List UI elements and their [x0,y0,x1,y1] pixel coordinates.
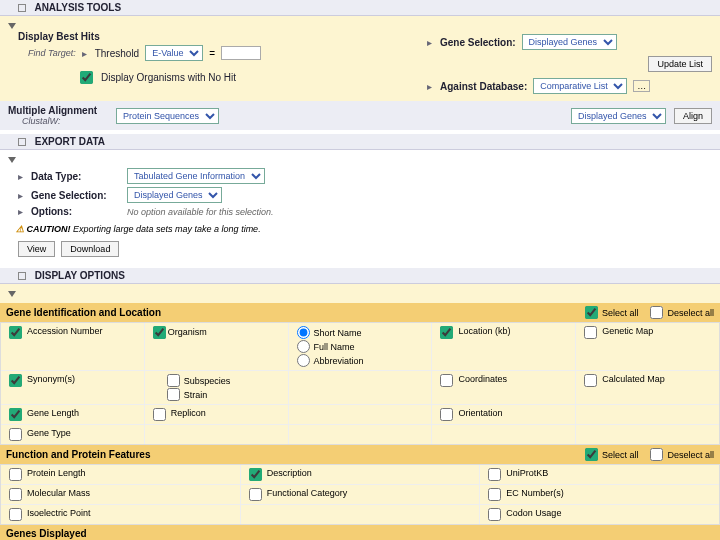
genetic-map-label: Genetic Map [602,326,653,336]
expand-icon[interactable] [8,157,16,163]
arrow-icon: ▸ [82,48,87,59]
align-genes-select[interactable]: Displayed Genes [571,108,666,124]
band-genes-displayed: Genes Displayed [0,525,720,540]
expand-icon[interactable] [8,291,16,297]
band1-title: Gene Identification and Location [6,307,573,318]
replicon-label: Replicon [171,408,206,418]
subspecies-checkbox[interactable] [167,374,180,387]
deselect-all-label: Deselect all [667,308,714,318]
display-title: DISPLAY OPTIONS [35,270,125,281]
accession-label: Accession Number [27,326,103,336]
caution-label: CAUTION! [27,224,71,234]
caution-text: Exporting large data sets may take a lon… [73,224,261,234]
gene-selection-select[interactable]: Displayed Genes [522,34,617,50]
func-cat-checkbox[interactable] [249,488,262,501]
location-checkbox[interactable] [440,326,453,339]
data-type-label: Data Type: [31,171,121,182]
arrow-icon: ▸ [18,171,23,182]
abbrev-radio[interactable] [297,354,310,367]
short-name-label: Short Name [314,328,362,338]
calc-map-label: Calculated Map [602,374,665,384]
short-name-radio[interactable] [297,326,310,339]
band2-title: Function and Protein Features [6,449,573,460]
info-icon[interactable]: … [633,80,650,92]
mol-mass-checkbox[interactable] [9,488,22,501]
update-list-button[interactable]: Update List [648,56,712,72]
replicon-checkbox[interactable] [153,408,166,421]
band-function: Function and Protein Features Select all… [0,445,720,464]
deselect-all-checkbox[interactable] [650,306,663,319]
isoelectric-checkbox[interactable] [9,508,22,521]
gene-selection-label: Gene Selection: [440,37,516,48]
calc-map-checkbox[interactable] [584,374,597,387]
export-header: EXPORT DATA [0,134,720,150]
gene-length-checkbox[interactable] [9,408,22,421]
isoelectric-label: Isoelectric Point [27,508,91,518]
description-checkbox[interactable] [249,468,262,481]
organism-label: Organism [168,327,207,337]
ec-num-label: EC Number(s) [506,488,564,498]
against-db-label: Against Database: [440,81,527,92]
organism-checkbox[interactable] [153,326,166,339]
strain-checkbox[interactable] [167,388,180,401]
data-type-select[interactable]: Tabulated Gene Information [127,168,265,184]
arrow-icon: ▸ [18,206,23,217]
deselect-all-label-2: Deselect all [667,450,714,460]
codon-checkbox[interactable] [488,508,501,521]
gene-length-label: Gene Length [27,408,79,418]
analysis-tools-section: ANALYSIS TOOLS Display Best Hits Find Ta… [0,0,720,130]
arrow-icon: ▸ [427,37,432,48]
select-all-checkbox-2[interactable] [585,448,598,461]
select-all-label-2: Select all [602,450,639,460]
no-hit-label: Display Organisms with No Hit [101,72,236,83]
export-data-section: EXPORT DATA ▸ Data Type: Tabulated Gene … [0,134,720,264]
coordinates-checkbox[interactable] [440,374,453,387]
strain-label: Strain [184,390,208,400]
func-cat-label: Functional Category [267,488,348,498]
collapse-icon[interactable] [18,4,26,12]
expand-icon[interactable] [8,23,16,29]
band3-title: Genes Displayed [6,528,714,539]
export-gene-sel-select[interactable]: Displayed Genes [127,187,222,203]
options-label: Options: [31,206,121,217]
analysis-title: ANALYSIS TOOLS [34,2,121,13]
equals-label: = [209,48,215,59]
uniprot-checkbox[interactable] [488,468,501,481]
genetic-map-checkbox[interactable] [584,326,597,339]
gene-type-checkbox[interactable] [9,428,22,441]
download-button[interactable]: Download [61,241,119,257]
threshold-input[interactable] [221,46,261,60]
no-hit-checkbox[interactable] [80,71,93,84]
collapse-icon[interactable] [18,272,26,280]
description-label: Description [267,468,312,478]
protein-length-checkbox[interactable] [9,468,22,481]
location-label: Location (kb) [458,326,510,336]
multi-align-label: Multiple Alignment [8,105,108,116]
against-db-select[interactable]: Comparative List [533,78,627,94]
synonyms-label: Synonym(s) [27,374,75,384]
deselect-all-checkbox-2[interactable] [650,448,663,461]
full-name-radio[interactable] [297,340,310,353]
orientation-checkbox[interactable] [440,408,453,421]
options-note: No option available for this selection. [127,207,274,217]
threshold-select[interactable]: E-Value [145,45,203,61]
identification-grid: Accession Number Organism Short Name Ful… [0,322,720,445]
full-name-label: Full Name [314,342,355,352]
clustalw-label: ClustalW: [8,116,108,126]
protein-length-label: Protein Length [27,468,86,478]
align-button[interactable]: Align [674,108,712,124]
select-all-checkbox[interactable] [585,306,598,319]
subspecies-label: Subspecies [184,376,231,386]
display-header: DISPLAY OPTIONS [0,268,720,284]
band-identification: Gene Identification and Location Select … [0,303,720,322]
analysis-header: ANALYSIS TOOLS [0,0,720,16]
synonyms-checkbox[interactable] [9,374,22,387]
display-options-section: DISPLAY OPTIONS Gene Identification and … [0,268,720,540]
arrow-icon: ▸ [18,190,23,201]
accession-checkbox[interactable] [9,326,22,339]
ec-num-checkbox[interactable] [488,488,501,501]
collapse-icon[interactable] [18,138,26,146]
clustal-select[interactable]: Protein Sequences [116,108,219,124]
view-button[interactable]: View [18,241,55,257]
function-grid: Protein Length Description UniProtKB Mol… [0,464,720,525]
